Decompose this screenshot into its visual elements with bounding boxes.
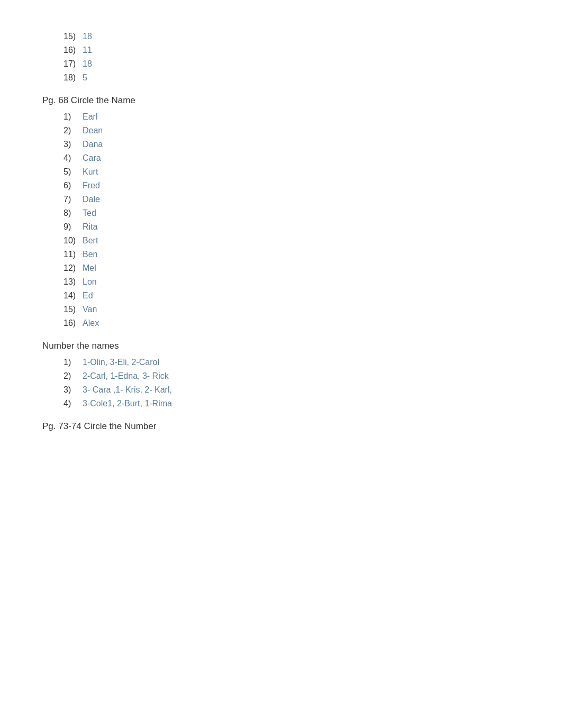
item-number: 14)	[64, 291, 83, 301]
item-name: Ted	[83, 208, 96, 218]
item-number: 6)	[64, 181, 83, 190]
list-item: 16)Alex	[42, 319, 520, 328]
item-number: 1)	[64, 358, 83, 367]
top-numbers-list: 15)1816)1117)1818)5	[42, 32, 520, 83]
item-name: Cara	[83, 153, 101, 163]
item-number: 18)	[64, 73, 83, 83]
item-number: 5)	[64, 167, 83, 177]
number-names-title: Number the names	[42, 341, 520, 351]
item-value: 5	[83, 73, 87, 83]
list-item: 1)Earl	[42, 112, 520, 122]
item-name: Ed	[83, 291, 93, 301]
item-number: 3)	[64, 140, 83, 149]
item-name: Fred	[83, 181, 100, 190]
item-name: Dana	[83, 140, 103, 149]
item-number: 9)	[64, 222, 83, 232]
number-names-list: 1)1-Olin, 3-Eli, 2-Carol2)2-Carl, 1-Edna…	[42, 358, 520, 408]
item-number: 1)	[64, 112, 83, 122]
item-text: 3-Cole1, 2-Burt, 1-Rima	[83, 399, 172, 408]
item-number: 4)	[64, 153, 83, 163]
list-item: 16)11	[42, 46, 520, 55]
item-number: 2)	[64, 371, 83, 381]
item-number: 16)	[64, 319, 83, 328]
item-name: Mel	[83, 263, 96, 273]
list-item: 3)Dana	[42, 140, 520, 149]
list-item: 1)1-Olin, 3-Eli, 2-Carol	[42, 358, 520, 367]
list-item: 14)Ed	[42, 291, 520, 301]
list-item: 15)Van	[42, 305, 520, 314]
circle-name-list: 1)Earl2)Dean3)Dana4)Cara5)Kurt6)Fred7)Da…	[42, 112, 520, 328]
item-number: 8)	[64, 208, 83, 218]
item-number: 7)	[64, 195, 83, 204]
list-item: 3)3- Cara ,1- Kris, 2- Karl,	[42, 385, 520, 395]
item-number: 10)	[64, 236, 83, 245]
list-item: 9)Rita	[42, 222, 520, 232]
list-item: 5)Kurt	[42, 167, 520, 177]
number-names-section: Number the names 1)1-Olin, 3-Eli, 2-Caro…	[42, 341, 520, 408]
item-name: Kurt	[83, 167, 98, 177]
list-item: 6)Fred	[42, 181, 520, 190]
list-item: 4)Cara	[42, 153, 520, 163]
list-item: 2)2-Carl, 1-Edna, 3- Rick	[42, 371, 520, 381]
item-name: Dean	[83, 126, 103, 135]
item-number: 12)	[64, 263, 83, 273]
item-number: 3)	[64, 385, 83, 395]
list-item: 7)Dale	[42, 195, 520, 204]
item-number: 15)	[64, 305, 83, 314]
list-item: 11)Ben	[42, 250, 520, 259]
list-item: 8)Ted	[42, 208, 520, 218]
list-item: 13)Lon	[42, 277, 520, 287]
circle-name-title: Pg. 68 Circle the Name	[42, 95, 520, 106]
item-name: Rita	[83, 222, 97, 232]
item-value: 18	[83, 32, 92, 41]
item-text: 3- Cara ,1- Kris, 2- Karl,	[83, 385, 172, 395]
item-name: Lon	[83, 277, 97, 287]
item-value: 18	[83, 59, 92, 69]
item-name: Earl	[83, 112, 97, 122]
list-item: 12)Mel	[42, 263, 520, 273]
item-name: Dale	[83, 195, 100, 204]
item-name: Alex	[83, 319, 99, 328]
item-number: 11)	[64, 250, 83, 259]
item-number: 4)	[64, 399, 83, 408]
item-number: 15)	[64, 32, 83, 41]
item-text: 2-Carl, 1-Edna, 3- Rick	[83, 371, 169, 381]
item-number: 17)	[64, 59, 83, 69]
list-item: 2)Dean	[42, 126, 520, 135]
list-item: 10)Bert	[42, 236, 520, 245]
list-item: 18)5	[42, 73, 520, 83]
item-name: Ben	[83, 250, 97, 259]
list-item: 4)3-Cole1, 2-Burt, 1-Rima	[42, 399, 520, 408]
item-name: Bert	[83, 236, 98, 245]
item-number: 13)	[64, 277, 83, 287]
circle-number-title: Pg. 73-74 Circle the Number	[42, 421, 520, 432]
item-value: 11	[83, 46, 92, 55]
item-name: Van	[83, 305, 97, 314]
list-item: 17)18	[42, 59, 520, 69]
list-item: 15)18	[42, 32, 520, 41]
top-numbers-section: 15)1816)1117)1818)5	[42, 32, 520, 83]
item-number: 16)	[64, 46, 83, 55]
circle-number-section: Pg. 73-74 Circle the Number	[42, 421, 520, 432]
item-text: 1-Olin, 3-Eli, 2-Carol	[83, 358, 159, 367]
item-number: 2)	[64, 126, 83, 135]
circle-name-section: Pg. 68 Circle the Name 1)Earl2)Dean3)Dan…	[42, 95, 520, 328]
